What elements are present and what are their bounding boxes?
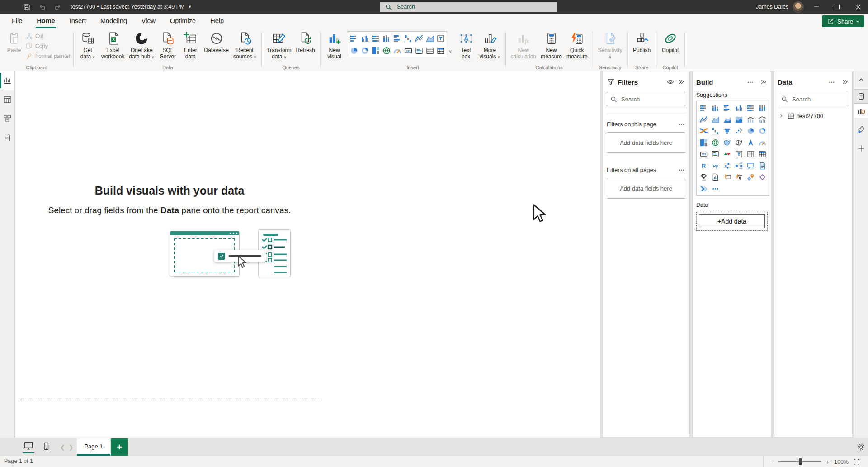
gallery-visual-map[interactable] bbox=[381, 44, 392, 57]
visual-type-power-automate[interactable] bbox=[698, 183, 709, 195]
more-options-icon[interactable]: ⋯ bbox=[679, 167, 685, 173]
format-pane-tab[interactable] bbox=[854, 123, 868, 136]
visual-type-waterfall-chart[interactable] bbox=[709, 125, 721, 137]
gallery-visual-area-chart[interactable] bbox=[425, 32, 435, 44]
add-data-button[interactable]: +Add data bbox=[699, 214, 765, 228]
visual-type-shape-map[interactable] bbox=[733, 137, 745, 149]
visual-type-python-visual[interactable]: Py bbox=[709, 160, 721, 172]
gallery-visual-multi-row-card[interactable] bbox=[414, 44, 425, 57]
menu-tab-home[interactable]: Home bbox=[29, 14, 62, 29]
ribbon-refresh-button[interactable]: Refresh bbox=[294, 30, 317, 55]
visual-type-clustered-bar-chart[interactable] bbox=[721, 102, 733, 114]
build-pane-tab[interactable] bbox=[854, 104, 868, 118]
gallery-visual-clustered-column-chart[interactable] bbox=[359, 32, 370, 44]
settings-gear-icon[interactable] bbox=[854, 438, 868, 456]
collapse-pane-icon[interactable] bbox=[841, 78, 849, 86]
visual-type-arcgis-map[interactable] bbox=[745, 172, 756, 183]
ribbon-enter-data-button[interactable]: Enterdata bbox=[179, 30, 202, 61]
more-options-icon[interactable]: ⋯ bbox=[679, 121, 685, 128]
visual-type-slicer[interactable] bbox=[733, 148, 745, 160]
gallery-visual-table[interactable] bbox=[425, 44, 435, 57]
account-area[interactable]: James Dales bbox=[756, 0, 804, 14]
data-search[interactable] bbox=[778, 92, 849, 106]
gallery-visual-100-stacked-bar-chart[interactable] bbox=[370, 32, 381, 44]
visual-type-treemap[interactable] bbox=[698, 137, 709, 149]
gallery-visual-matrix[interactable] bbox=[435, 44, 446, 57]
close-button[interactable] bbox=[849, 0, 867, 14]
desktop-layout-button[interactable] bbox=[23, 441, 34, 453]
more-options-icon[interactable]: ⋯ bbox=[747, 79, 754, 86]
visual-type-donut-chart[interactable] bbox=[756, 125, 768, 137]
gallery-visual-line-chart[interactable] bbox=[414, 32, 425, 44]
ribbon-sql-server-button[interactable]: SQLServer bbox=[156, 30, 179, 61]
data-pane-tab[interactable] bbox=[854, 89, 868, 104]
visual-type-key-influencers[interactable] bbox=[721, 160, 733, 172]
visual-type-decomposition-tree[interactable] bbox=[733, 160, 745, 172]
visual-type-metrics[interactable] bbox=[698, 172, 709, 183]
visual-type-filled-map[interactable] bbox=[721, 137, 733, 149]
ribbon-recent-sources-button[interactable]: Recentsources∨ bbox=[231, 30, 259, 62]
visual-type-scatter-chart[interactable] bbox=[733, 125, 745, 137]
visual-type-q-and-a[interactable] bbox=[745, 160, 756, 172]
ribbon-new-visual-button[interactable]: Newvisual bbox=[323, 30, 346, 61]
visual-type-100-stacked-bar-chart[interactable] bbox=[745, 102, 756, 114]
visual-type-line-and-clustered-column-chart[interactable] bbox=[756, 114, 768, 126]
menu-tab-file[interactable]: File bbox=[5, 14, 29, 29]
visual-type-line-and-stacked-column-chart[interactable] bbox=[745, 114, 756, 126]
visual-type-azure-map[interactable] bbox=[745, 137, 756, 149]
zoom-slider[interactable] bbox=[778, 461, 821, 462]
gallery-visual-card[interactable]: 123 bbox=[403, 44, 414, 57]
menu-tab-view[interactable]: View bbox=[134, 14, 163, 29]
zoom-out-icon[interactable]: − bbox=[770, 458, 774, 466]
visual-type-stacked-bar-chart[interactable] bbox=[698, 102, 709, 114]
menu-tab-optimize[interactable]: Optimize bbox=[163, 14, 203, 29]
ribbon-copilot-button[interactable]: Copilot bbox=[659, 30, 682, 55]
visual-type-funnel-chart[interactable] bbox=[721, 125, 733, 137]
ribbon-publish-button[interactable]: Publish bbox=[631, 30, 653, 55]
gallery-visual-stacked-bar-chart[interactable] bbox=[349, 32, 359, 44]
add-visual-tab[interactable] bbox=[854, 142, 868, 155]
visual-type-clustered-column-chart[interactable] bbox=[733, 102, 745, 114]
report-canvas[interactable]: Build visuals with your data Select or d… bbox=[15, 71, 600, 438]
gallery-visual-gauge[interactable] bbox=[392, 44, 403, 57]
expand-chevron-icon[interactable] bbox=[778, 113, 784, 119]
visual-type-matrix[interactable] bbox=[756, 148, 768, 160]
gallery-visual-treemap[interactable] bbox=[370, 44, 381, 57]
gallery-visual-waterfall-chart[interactable] bbox=[403, 32, 414, 44]
minimize-button[interactable] bbox=[807, 0, 826, 14]
ribbon-get-data-button[interactable]: Getdata∨ bbox=[76, 30, 99, 62]
eye-icon[interactable] bbox=[666, 78, 675, 86]
visual-type-paginated-report[interactable] bbox=[709, 172, 721, 183]
gallery-visual-clustered-bar-chart[interactable] bbox=[392, 32, 403, 44]
redo-icon[interactable] bbox=[50, 0, 65, 14]
ribbon-new-measure-button[interactable]: Newmeasure bbox=[538, 30, 564, 61]
ribbon-dataverse-button[interactable]: Dataverse bbox=[202, 30, 231, 55]
collapse-pane-icon[interactable] bbox=[760, 78, 768, 86]
sidebar-table-view-button[interactable] bbox=[0, 90, 14, 109]
visual-type-more-visuals[interactable] bbox=[709, 183, 721, 195]
avatar[interactable] bbox=[793, 1, 804, 13]
visual-type-ribbon-chart[interactable] bbox=[698, 125, 709, 137]
ribbon-onelake-data-hub-button[interactable]: OneLakedata hub∨ bbox=[127, 30, 156, 62]
ribbon-more-visuals-button[interactable]: Morevisuals∨ bbox=[477, 30, 503, 62]
gallery-visual-donut-chart[interactable] bbox=[359, 44, 370, 57]
visual-type-card[interactable]: 123 bbox=[698, 148, 709, 160]
menu-tab-help[interactable]: Help bbox=[203, 14, 231, 29]
mobile-layout-button[interactable] bbox=[42, 442, 51, 451]
save-icon[interactable] bbox=[19, 0, 34, 14]
collapse-panes-chevron-icon[interactable] bbox=[854, 73, 868, 86]
visual-type-map[interactable] bbox=[709, 137, 721, 149]
table-tree-item[interactable]: test27700 bbox=[778, 112, 849, 120]
visual-type-100-stacked-column-chart[interactable] bbox=[756, 102, 768, 114]
share-button[interactable]: Share bbox=[822, 15, 864, 27]
menu-tab-modeling[interactable]: Modeling bbox=[93, 14, 134, 29]
sidebar-model-view-button[interactable] bbox=[0, 109, 14, 128]
sidebar-dax-query-view-button[interactable]: DAX bbox=[0, 128, 14, 147]
ribbon-excel-workbook-button[interactable]: XExcelworkbook bbox=[99, 30, 127, 61]
visual-type-table[interactable] bbox=[745, 148, 756, 160]
global-search[interactable] bbox=[380, 2, 557, 12]
visual-type-stacked-area-chart[interactable] bbox=[721, 114, 733, 126]
visual-type-new-slicer[interactable] bbox=[733, 172, 745, 183]
visual-type-area-chart[interactable] bbox=[709, 114, 721, 126]
visual-type-kpi[interactable] bbox=[721, 148, 733, 160]
